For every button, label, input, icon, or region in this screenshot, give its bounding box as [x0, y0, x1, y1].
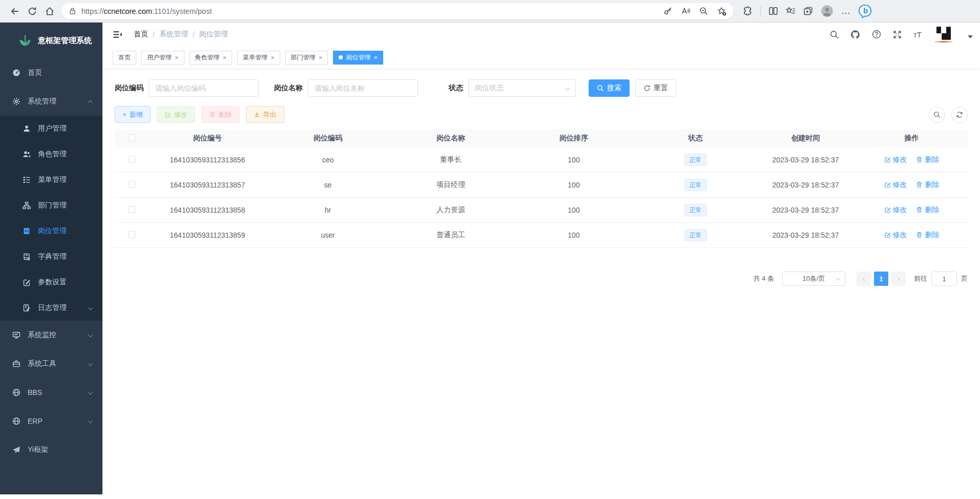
chevron-down-icon — [88, 390, 93, 395]
sidebar-item-menu-mgmt[interactable]: 菜单管理 — [0, 167, 102, 193]
edit-button[interactable]: 修改 — [157, 106, 195, 123]
post-code-input[interactable] — [149, 79, 259, 97]
extensions-icon[interactable] — [743, 6, 753, 16]
row-delete-link[interactable]: 删除 — [916, 180, 939, 190]
row-edit-link[interactable]: 修改 — [884, 231, 907, 240]
next-page-button[interactable]: › — [891, 272, 906, 286]
prev-page-button[interactable]: ‹ — [857, 272, 871, 286]
row-checkbox[interactable] — [128, 231, 135, 238]
tag-post-mgmt[interactable]: 岗位管理× — [333, 51, 383, 65]
cell-created: 2023-03-29 18:52:37 — [756, 206, 856, 214]
row-delete-link[interactable]: 删除 — [916, 205, 939, 215]
horizontal-scrollbar[interactable] — [0, 494, 980, 499]
chevron-down-icon — [836, 276, 840, 280]
tags-view: 首页 用户管理× 角色管理× 菜单管理× 部门管理× 岗位管理× — [102, 46, 980, 69]
add-button[interactable]: +新增 — [115, 106, 151, 123]
sidebar-item-param-settings[interactable]: 参数设置 — [0, 269, 102, 295]
tag-menu-mgmt[interactable]: 菜单管理× — [237, 51, 280, 65]
close-icon[interactable]: × — [319, 54, 323, 61]
home-icon[interactable] — [41, 3, 58, 20]
globe-icon — [12, 417, 20, 425]
zoom-out-icon[interactable] — [699, 7, 708, 15]
collections-icon[interactable] — [803, 6, 813, 16]
app-logo[interactable]: 意框架管理系统 — [0, 23, 102, 58]
github-icon[interactable] — [850, 30, 860, 39]
delete-button[interactable]: 删除 — [201, 106, 240, 123]
sidebar-item-erp[interactable]: ERP — [0, 407, 102, 435]
sidebar-item-yi-framework[interactable]: Yi框架 — [0, 435, 102, 464]
cell-post-id: 1641030593112313859 — [149, 231, 266, 239]
font-size-icon[interactable]: тT — [913, 30, 922, 39]
bing-chat-icon[interactable]: b — [859, 4, 872, 18]
sidebar-item-home[interactable]: 首页 — [0, 58, 102, 87]
row-delete-link[interactable]: 删除 — [916, 155, 939, 164]
sidebar-item-dept-mgmt[interactable]: 部门管理 — [0, 193, 102, 218]
select-all-checkbox[interactable] — [128, 134, 135, 141]
cell-post-id: 1641030593112313857 — [149, 181, 266, 189]
row-edit-link[interactable]: 修改 — [884, 180, 907, 190]
tag-home[interactable]: 首页 — [113, 51, 136, 65]
export-button[interactable]: 导出 — [246, 106, 284, 123]
sidebar-item-dict-mgmt[interactable]: 字典管理 — [0, 244, 102, 269]
breadcrumb-section[interactable]: 系统管理 — [159, 30, 188, 39]
topbar: 首页 / 系统管理 / 岗位管理 тT — [102, 23, 980, 46]
post-name-input[interactable] — [308, 79, 418, 97]
fullscreen-icon[interactable] — [893, 30, 902, 39]
avatar-caret-icon[interactable] — [968, 35, 973, 38]
close-icon[interactable]: × — [373, 54, 378, 61]
row-delete-link[interactable]: 删除 — [916, 231, 939, 240]
close-icon[interactable]: × — [223, 54, 227, 61]
reset-button[interactable]: 重置 — [635, 79, 676, 97]
refresh-table-button[interactable] — [951, 107, 968, 123]
lock-icon[interactable] — [69, 7, 76, 15]
tag-role-mgmt[interactable]: 角色管理× — [190, 51, 233, 65]
read-aloud-icon[interactable] — [681, 7, 690, 15]
tag-dept-mgmt[interactable]: 部门管理× — [285, 51, 328, 65]
favorites-bar-icon[interactable] — [786, 6, 796, 16]
show-search-button[interactable] — [929, 107, 945, 123]
page-unit-label: 页 — [961, 274, 968, 283]
settings-menu-icon[interactable]: … — [841, 6, 851, 16]
row-checkbox[interactable] — [128, 156, 135, 163]
page-size-select[interactable]: 10条/页 — [782, 272, 845, 286]
goto-page-input[interactable] — [931, 272, 957, 286]
col-post-sort: 岗位排序 — [512, 134, 635, 143]
profile-avatar[interactable] — [821, 5, 833, 17]
favorite-add-icon[interactable] — [717, 7, 726, 16]
chevron-down-icon — [88, 305, 93, 310]
sidebar-item-system-mgmt[interactable]: 系统管理 — [0, 87, 102, 116]
sidebar-item-post-mgmt[interactable]: 岗位管理 — [0, 218, 102, 244]
tag-user-mgmt[interactable]: 用户管理× — [141, 51, 184, 65]
cell-post-name: 人力资源 — [389, 205, 512, 215]
close-icon[interactable]: × — [175, 54, 179, 61]
search-icon[interactable] — [830, 30, 839, 39]
address-bar[interactable]: https://ccnetcore.com:1101/system/post — [61, 3, 734, 19]
sidebar-item-bbs[interactable]: BBS — [0, 378, 102, 407]
sidebar-item-role-mgmt[interactable]: 角色管理 — [0, 141, 102, 167]
sidebar-item-user-mgmt[interactable]: 用户管理 — [0, 116, 102, 141]
page-number-button[interactable]: 1 — [874, 272, 888, 286]
sidebar-item-system-tools[interactable]: 系统工具 — [0, 349, 102, 378]
pagination: 共 4 条 10条/页 ‹ 1 › 前往 页 — [115, 272, 968, 286]
status-select[interactable]: 岗位状态 — [468, 79, 576, 97]
sidebar-fold-icon[interactable] — [113, 30, 122, 39]
chevron-down-icon — [88, 361, 93, 366]
close-icon[interactable]: × — [270, 54, 275, 61]
row-checkbox[interactable] — [128, 181, 135, 188]
refresh-icon[interactable] — [24, 3, 41, 20]
sidebar-item-system-monitor[interactable]: 系统监控 — [0, 321, 102, 349]
row-edit-link[interactable]: 修改 — [884, 205, 907, 215]
search-button[interactable]: 搜索 — [589, 79, 630, 97]
cell-post-name: 董事长 — [389, 155, 512, 164]
cell-post-id: 1641030593112313856 — [149, 156, 266, 164]
split-screen-icon[interactable] — [768, 6, 778, 16]
row-edit-link[interactable]: 修改 — [884, 155, 907, 164]
user-avatar[interactable] — [933, 26, 954, 43]
help-icon[interactable] — [872, 30, 881, 39]
breadcrumb-home[interactable]: 首页 — [134, 30, 148, 39]
row-checkbox[interactable] — [128, 206, 135, 213]
col-post-name: 岗位名称 — [389, 134, 512, 143]
password-key-icon[interactable] — [663, 7, 672, 15]
sidebar-item-log-mgmt[interactable]: 日志管理 — [0, 295, 102, 321]
back-icon[interactable] — [6, 3, 24, 20]
